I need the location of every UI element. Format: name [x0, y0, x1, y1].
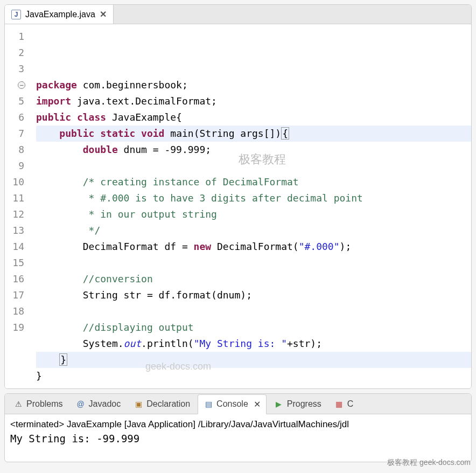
progress-icon: ▶ — [274, 399, 284, 409]
tab-progress[interactable]: ▶ Progress — [269, 394, 327, 414]
close-icon[interactable]: ✕ — [100, 9, 107, 19]
watermark-text: 极客教程 geek-docs.com — [387, 458, 471, 468]
editor-tab-javaexample[interactable]: J JavaExample.java ✕ — [5, 5, 114, 24]
fold-toggle-icon[interactable]: − — [18, 81, 25, 89]
close-icon[interactable]: ✕ — [254, 399, 261, 409]
code-line[interactable]: //displaying output — [36, 319, 471, 336]
tab-javadoc[interactable]: @ Javadoc — [71, 394, 127, 414]
bottom-tab-bar: ⚠ Problems @ Javadoc ▣ Declaration ▤ Con… — [5, 394, 471, 414]
tab-label: Console — [216, 399, 248, 409]
code-line[interactable]: } — [36, 368, 471, 384]
problems-icon: ⚠ — [13, 399, 23, 409]
code-line[interactable]: * in our output string — [36, 206, 471, 222]
code-line[interactable]: * #.000 is to have 3 digits after decima… — [36, 190, 471, 206]
editor-panel: J JavaExample.java ✕ 1234−56789101112131… — [4, 4, 472, 389]
code-line[interactable]: /* creating instance of DecimalFormat — [36, 174, 471, 190]
line-number-gutter: 1234−5678910111213141516171819 — [5, 24, 29, 388]
code-line[interactable]: double dnum = -99.999; — [36, 142, 471, 158]
code-line[interactable]: import java.text.DecimalFormat; — [36, 93, 471, 109]
code-line[interactable]: DecimalFormat df = new DecimalFormat("#.… — [36, 239, 471, 255]
code-line[interactable]: */ — [36, 222, 471, 239]
editor-tab-bar: J JavaExample.java ✕ — [5, 5, 471, 24]
tab-problems[interactable]: ⚠ Problems — [8, 394, 68, 414]
code-line[interactable] — [36, 158, 471, 174]
tab-label: Declaration — [146, 399, 190, 409]
console-status: <terminated> JavaExample [Java Applicati… — [10, 418, 466, 432]
code-line[interactable]: } — [36, 352, 471, 368]
code-area[interactable]: 1234−5678910111213141516171819 极客教程 pack… — [5, 24, 471, 388]
tab-declaration[interactable]: ▣ Declaration — [128, 394, 195, 414]
tab-label: Problems — [26, 399, 63, 409]
editor-tab-filename: JavaExample.java — [25, 10, 95, 19]
tab-label: Javadoc — [89, 399, 121, 409]
coverage-icon: ▦ — [334, 399, 344, 409]
code-content[interactable]: 极客教程 package com.beginnersbook;import ja… — [29, 24, 471, 388]
code-line[interactable]: System.out.println("My String is: "+str)… — [36, 336, 471, 352]
declaration-icon: ▣ — [134, 399, 143, 409]
code-line[interactable]: String str = df.format(dnum); — [36, 287, 471, 303]
bottom-panel: ⚠ Problems @ Javadoc ▣ Declaration ▤ Con… — [4, 393, 472, 462]
tab-console[interactable]: ▤ Console ✕ — [198, 394, 267, 414]
console-icon: ▤ — [204, 399, 213, 409]
tab-label: Progress — [287, 399, 321, 409]
tab-label: C — [347, 399, 354, 409]
javadoc-icon: @ — [76, 399, 86, 409]
console-body: <terminated> JavaExample [Java Applicati… — [5, 414, 471, 462]
code-line[interactable] — [36, 255, 471, 271]
console-output: My String is: -99.999 — [10, 432, 466, 446]
code-line[interactable]: package com.beginnersbook; — [36, 77, 471, 93]
tab-coverage[interactable]: ▦ C — [329, 394, 359, 414]
code-line[interactable] — [36, 303, 471, 319]
code-line[interactable]: public static void main(String args[]){ — [36, 126, 471, 142]
code-line[interactable]: public class JavaExample{ — [36, 109, 471, 126]
code-line[interactable]: //conversion — [36, 271, 471, 287]
java-file-icon: J — [11, 10, 21, 19]
